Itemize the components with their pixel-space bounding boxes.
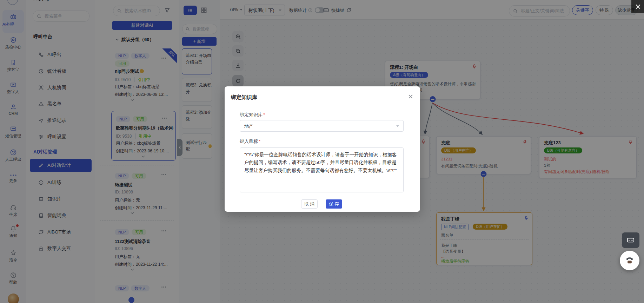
softphone-button[interactable] xyxy=(620,251,639,270)
telephone-icon xyxy=(625,256,635,265)
modal-title: 绑定知识库 xyxy=(231,94,257,101)
kb-field-label: 绑定知识库* xyxy=(240,112,265,118)
caret-down-icon xyxy=(396,125,399,127)
save-button[interactable]: 保 存 xyxy=(326,199,342,209)
callbar-toggle-button[interactable] xyxy=(622,232,639,248)
required-asterisk: * xyxy=(263,112,265,117)
callbar-icon xyxy=(627,237,635,243)
goal-textarea[interactable]: "\"\\\"你是一位金牌电话销售的话术设计师，请基于一开始的知识，根据客户的提… xyxy=(240,147,404,192)
app-root: AI外呼 质检中心 搜客宝 数字人 CRM 短信管理 人工呼出 xyxy=(0,0,644,303)
required-asterisk: * xyxy=(259,139,260,144)
bind-knowledge-modal: 绑定知识库 绑定知识库* 地产 键入目标* "\"\\\"你是一位金牌电话销售的… xyxy=(225,86,420,212)
modal-close-icon[interactable] xyxy=(408,94,413,99)
fullscreen-close-button[interactable] xyxy=(631,0,644,13)
goal-field-label: 键入目标* xyxy=(240,138,260,145)
close-icon xyxy=(635,4,640,9)
cancel-button[interactable]: 取 消 xyxy=(301,199,318,209)
kb-select-value: 地产 xyxy=(244,124,253,129)
kb-select[interactable]: 地产 xyxy=(240,120,404,132)
